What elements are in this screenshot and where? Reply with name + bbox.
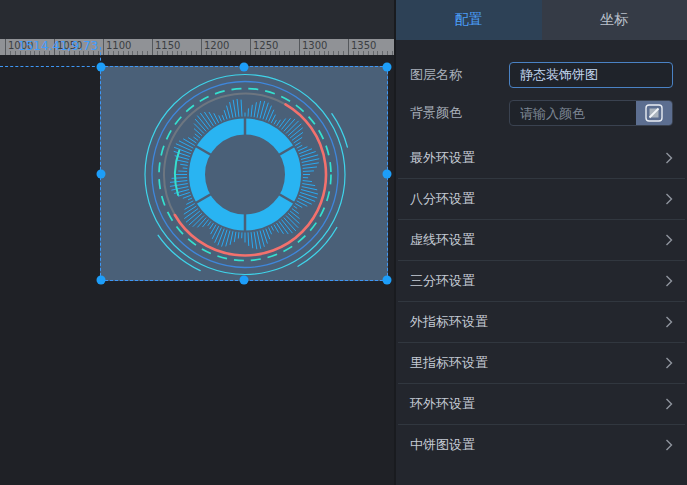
ruler-minor-tick (113, 51, 114, 55)
selection-resize-handle[interactable] (383, 63, 392, 72)
ruler-major-tick (5, 39, 6, 55)
app-window: { "canvas": { "coordinate_readout": "151… (0, 0, 687, 485)
indicator-tick (170, 181, 187, 183)
ruler-major-tick (299, 39, 300, 55)
selection-resize-handle[interactable] (383, 276, 392, 285)
indicator-tick (194, 124, 204, 134)
ruler-minor-tick (235, 51, 236, 55)
indicator-tick (295, 142, 300, 145)
selection-resize-handle[interactable] (383, 169, 392, 178)
ruler-minor-tick (265, 51, 266, 55)
ruler-minor-tick (363, 51, 364, 55)
background-color-control (509, 100, 673, 126)
ruler-minor-tick (338, 51, 339, 55)
alignment-guide-horizontal (0, 66, 100, 67)
selection-resize-handle[interactable] (240, 63, 249, 72)
tab-coordinates[interactable]: 坐标 (542, 0, 687, 40)
panel-tabs: 配置坐标 (396, 0, 687, 40)
cursor-coordinate-readout: 1514.41,9.73 (18, 40, 98, 53)
indicator-tick (257, 231, 261, 249)
ruler-minor-tick (245, 51, 246, 55)
ruler-minor-tick (314, 51, 315, 55)
indicator-tick (251, 105, 252, 117)
indicator-tick (290, 211, 299, 219)
ruler-tick-label: 1350 (351, 40, 376, 51)
indicator-tick (176, 144, 192, 151)
ruler-minor-tick (289, 51, 290, 55)
design-canvas[interactable]: 10001050110011501200125013001350 1514.41… (0, 0, 394, 485)
ruler-minor-tick (226, 51, 227, 55)
ruler-minor-tick (196, 51, 197, 55)
selection-resize-handle[interactable] (97, 169, 106, 178)
ruler-minor-tick (382, 51, 383, 55)
indicator-tick (183, 195, 191, 198)
indicator-tick (271, 226, 273, 230)
ruler-major-tick (152, 39, 153, 55)
indicator-tick (238, 232, 239, 238)
ruler-minor-tick (191, 51, 192, 55)
tab-config[interactable]: 配置 (396, 0, 542, 40)
ruler-minor-tick (324, 51, 325, 55)
indicator-tick (179, 141, 193, 148)
ruler-minor-tick (270, 51, 271, 55)
ruler-minor-tick (98, 51, 99, 55)
indicator-tick (227, 106, 230, 119)
section-item[interactable]: 三分环设置 (398, 261, 685, 302)
ruler-major-tick (103, 39, 104, 55)
selection-resize-handle[interactable] (97, 63, 106, 72)
section-item[interactable]: 外指标环设置 (398, 302, 685, 343)
background-color-input[interactable] (510, 101, 636, 125)
ruler-minor-tick (358, 51, 359, 55)
selection-resize-handle[interactable] (97, 276, 106, 285)
section-item[interactable]: 中饼图设置 (398, 425, 685, 465)
ruler-minor-tick (230, 51, 231, 55)
indicator-tick (193, 216, 204, 227)
section-item[interactable]: 最外环设置 (398, 138, 685, 179)
indicator-tick (254, 102, 256, 117)
indicator-tick (303, 181, 312, 182)
indicator-tick (172, 178, 188, 179)
indicator-tick (303, 171, 314, 172)
selection-resize-handle[interactable] (240, 276, 249, 285)
ruler-minor-tick (373, 51, 374, 55)
indicator-tick (266, 229, 270, 240)
section-label: 里指标环设置 (410, 354, 488, 372)
section-item[interactable]: 里指标环设置 (398, 343, 685, 384)
chevron-right-icon (665, 398, 673, 410)
indicator-tick (290, 128, 303, 138)
indicator-tick (170, 184, 188, 187)
ruler-minor-tick (387, 51, 388, 55)
ruler-minor-tick (260, 51, 261, 55)
layer-name-input[interactable] (509, 62, 673, 88)
indicator-tick (188, 198, 192, 200)
ruler-minor-tick (147, 51, 148, 55)
section-item[interactable]: 环外环设置 (398, 384, 685, 425)
chevron-right-icon (665, 234, 673, 246)
ruler-minor-tick (377, 51, 378, 55)
ruler-minor-tick (240, 51, 241, 55)
indicator-tick (215, 227, 222, 242)
indicator-tick (279, 221, 288, 234)
indicator-tick (177, 160, 188, 162)
ruler-minor-tick (279, 51, 280, 55)
indicator-tick (302, 184, 315, 186)
section-item[interactable]: 八分环设置 (398, 179, 685, 220)
ruler-minor-tick (177, 51, 178, 55)
decorative-pie-graphic (101, 67, 389, 282)
canvas-top-band (0, 0, 394, 39)
indicator-tick (195, 134, 200, 138)
indicator-tick (269, 227, 272, 234)
indicator-tick (233, 100, 236, 117)
ruler-minor-tick (368, 51, 369, 55)
indicator-tick (303, 167, 317, 169)
ruler-minor-tick (172, 51, 173, 55)
section-label: 虚线环设置 (410, 231, 475, 249)
color-picker-button[interactable] (636, 101, 672, 125)
ruler-minor-tick (167, 51, 168, 55)
section-label: 最外环设置 (410, 149, 475, 167)
indicator-tick (274, 120, 277, 124)
indicator-tick (210, 223, 214, 229)
background-color-row: 背景颜色 (410, 94, 673, 132)
section-item[interactable]: 虚线环设置 (398, 220, 685, 261)
selected-layer-pie-widget[interactable] (100, 66, 388, 281)
